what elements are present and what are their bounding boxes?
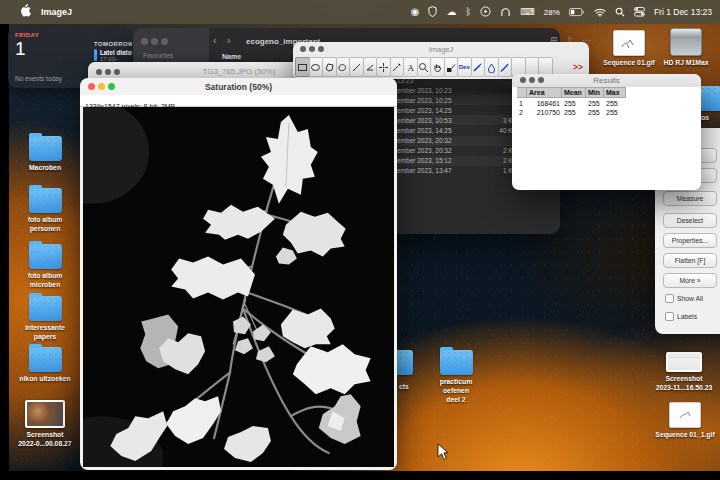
desktop-icon-interessante-papers[interactable]: interessantepapers (17, 296, 73, 342)
close-icon[interactable] (520, 77, 526, 83)
desktop-icon-macroben[interactable]: Macroben (17, 136, 73, 173)
show-all-checkbox[interactable]: Show All (665, 294, 703, 303)
results-row[interactable]: 2 210750 255 255 255 (517, 108, 626, 117)
minimize-icon[interactable] (529, 77, 535, 83)
column-header-name[interactable]: Name (222, 53, 241, 60)
checkbox-box[interactable] (665, 294, 674, 303)
brush-macro-tool-button[interactable] (471, 57, 486, 77)
zoom-icon[interactable] (161, 38, 168, 45)
results-row[interactable]: 1 168461 255 255 255 (517, 99, 626, 108)
icon-label: foto albumpersonen (28, 216, 63, 234)
file-row[interactable]: ember 2023, 20:32-- (395, 136, 519, 146)
minimize-icon[interactable] (98, 83, 105, 90)
column-header-area[interactable]: Area (527, 88, 562, 97)
color-picker-tool-button[interactable] (444, 57, 459, 77)
wifi-icon[interactable] (594, 3, 606, 21)
flood-macro-tool-button[interactable] (484, 57, 499, 77)
dev-macro-tool-button[interactable]: Dev (457, 57, 472, 77)
menu-bar: ImageJ ◉ ☁ ᛒ ⌨ 28% Fri 1 Dec 13:23 (0, 0, 720, 24)
menu-app-name[interactable]: ImageJ (41, 7, 72, 17)
close-icon[interactable] (96, 69, 102, 75)
search-icon[interactable] (615, 3, 625, 21)
zoom-icon[interactable] (318, 46, 324, 52)
flatten-button[interactable]: Flatten [F] (663, 253, 717, 268)
desktop-icon-hd-rj-m1max[interactable]: HD RJ M1Max (658, 28, 714, 68)
close-icon[interactable] (300, 46, 306, 52)
minimize-icon[interactable] (309, 46, 315, 52)
text-tool-button[interactable]: A (403, 57, 418, 77)
deselect-button[interactable]: Deselect (663, 213, 717, 228)
column-header-max[interactable]: Max (604, 88, 626, 97)
icon-label: Macroben (29, 164, 61, 173)
forward-icon[interactable]: › (227, 34, 231, 46)
column-header-min[interactable]: Min (586, 88, 604, 97)
screen-record-icon[interactable]: ◉ (411, 7, 420, 17)
zoom-icon[interactable] (108, 83, 115, 90)
more-button[interactable]: More » (663, 273, 717, 288)
more-tools-overflow-button[interactable]: >> (569, 62, 587, 72)
properties-button[interactable]: Properties... (663, 233, 717, 248)
back-icon[interactable]: ‹ (213, 34, 217, 46)
file-row[interactable]: ember 2023, 15:122 KB (395, 156, 519, 166)
hand-tool-button[interactable] (430, 57, 445, 77)
file-row[interactable]: ember 2023, 20:322 KB (395, 146, 519, 156)
folder-icon (29, 188, 62, 213)
keyboard-icon[interactable]: ⌨ (520, 7, 534, 17)
oval-tool-button[interactable] (309, 57, 324, 77)
desktop-icon-screenshot-2023[interactable]: Screenshot2023-11...16.50.23 (653, 352, 715, 393)
desktop-icon-sequence-01-1-gif[interactable]: Sequence 01_1.gif (654, 402, 716, 440)
checkbox-label: Show All (677, 295, 703, 302)
file-row[interactable]: ember 2023, 10:533 KB (395, 115, 519, 125)
minimize-icon[interactable] (151, 38, 158, 45)
point-tool-button[interactable] (376, 57, 391, 77)
sidebar-section-label: Favourites (143, 52, 173, 59)
close-icon[interactable] (141, 38, 148, 45)
battery-icon[interactable] (569, 3, 585, 21)
zoom-icon[interactable] (538, 77, 544, 83)
zoom-tool-button[interactable] (417, 57, 432, 77)
cloud-icon[interactable]: ☁ (446, 7, 456, 17)
angle-tool-button[interactable] (363, 57, 378, 77)
file-row[interactable]: ember 2023, 14:2540 KB (395, 125, 519, 135)
file-row[interactable]: ember 2023, 14:25-- (395, 105, 519, 115)
desktop-icon-nikon-uitzoeken[interactable]: nikon uitzoeken (17, 347, 73, 384)
airpods-icon[interactable] (500, 3, 511, 21)
now-playing-icon[interactable] (480, 3, 491, 21)
file-row[interactable]: ember 2023, 10:25-- (395, 95, 519, 105)
pipette-macro-tool-button[interactable] (498, 57, 513, 77)
desktop-icon-practicum-oefenen[interactable]: practicum oefenendeel 2 (428, 350, 484, 404)
wand-tool-button[interactable] (390, 57, 405, 77)
bluetooth-icon[interactable]: ᛒ (465, 7, 471, 17)
line-tool-button[interactable] (349, 57, 364, 77)
image-canvas[interactable] (83, 107, 394, 467)
measure-button[interactable]: Measure (663, 191, 717, 206)
icon-label: Sequence 01_1.gif (655, 431, 714, 440)
widget-event1-title[interactable]: Latei diatoms (100, 49, 132, 56)
row-number-header[interactable] (517, 88, 527, 97)
results-header: Area Mean Min Max (517, 87, 626, 98)
rectangle-tool-button[interactable] (295, 57, 310, 77)
apple-menu-icon[interactable] (20, 3, 31, 21)
saturation-image-window[interactable]: Saturation (50%) 1339x1547 pixels; 8-bit… (80, 78, 397, 470)
freehand-tool-button[interactable] (336, 57, 351, 77)
results-window[interactable]: Results Area Mean Min Max 1 168461 255 2… (512, 74, 701, 190)
close-icon[interactable] (88, 83, 95, 90)
file-row[interactable]: ember 2023, 10:23-- (395, 85, 519, 95)
file-row[interactable]: ember 2023, 13:471 KB (395, 166, 519, 176)
desktop-icon-foto-album-microben[interactable]: foto albummicroben (17, 244, 73, 290)
column-header-mean[interactable]: Mean (562, 88, 586, 97)
partial-folder-label[interactable]: cts (399, 383, 409, 392)
desktop-icon-sequence-01-gif[interactable]: Sequence 01.gif (601, 30, 657, 68)
labels-checkbox[interactable]: Labels (665, 312, 697, 321)
zoom-icon[interactable] (114, 69, 120, 75)
control-center-icon[interactable] (634, 3, 645, 21)
battery-percent: 28% (544, 8, 560, 17)
desktop-icon-foto-album-personen[interactable]: foto albumpersonen (17, 188, 73, 234)
shield-icon[interactable] (428, 3, 437, 21)
mouse-cursor (437, 443, 449, 465)
polygon-tool-button[interactable] (322, 57, 337, 77)
desktop-icon-screenshot-2022[interactable]: Screenshot2022-0...00.08.27 (17, 400, 73, 449)
menu-clock[interactable]: Fri 1 Dec 13:23 (654, 7, 712, 17)
minimize-icon[interactable] (105, 69, 111, 75)
checkbox-box[interactable] (665, 312, 674, 321)
